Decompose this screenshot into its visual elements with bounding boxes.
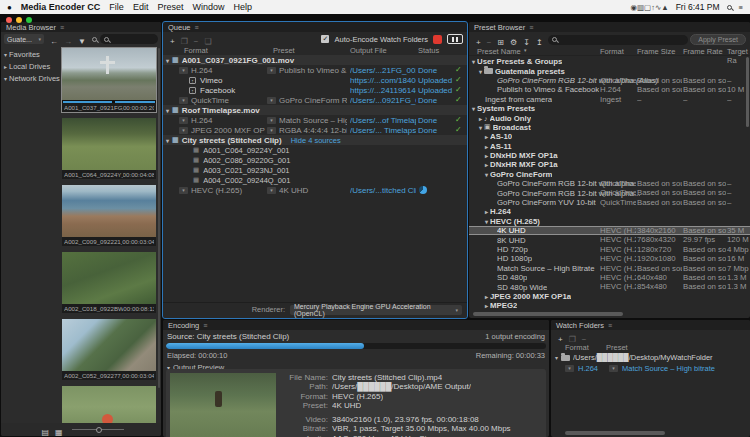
watch-folder-output-row[interactable]: ▾ H.264 ▾ Match Source – High bitrate [551, 363, 750, 374]
preset-row[interactable]: 4K UHDHEVC (H.265)3840x2160Based on sour… [469, 226, 750, 235]
preset-row[interactable]: 8K UHDHEVC (H.265)7680x432029.97 fps120 … [469, 235, 750, 244]
output-file-link[interactable]: /Users/...21FG_001_1.mp4 [350, 66, 416, 75]
thumbnail-size-slider[interactable] [72, 426, 124, 434]
chevron-right-icon[interactable]: ▸ [485, 143, 488, 150]
preset-row[interactable]: ▾▣Broadcast [469, 123, 750, 132]
chevron-down-icon[interactable]: ▾ [485, 218, 488, 225]
apply-preset-button[interactable]: Apply Preset [690, 34, 746, 45]
panel-menu-icon[interactable]: ≡ [203, 322, 207, 329]
preset-row[interactable]: GoPro CineForm RGB 12-bit with alpha...Q… [469, 188, 750, 197]
preset-dropdown-icon[interactable]: ▾ [267, 127, 276, 134]
menubar-clock[interactable]: Fri 6:41 PM [676, 2, 720, 12]
filter-icon[interactable]: ▼ [75, 37, 89, 46]
menu-file[interactable]: File [109, 2, 124, 12]
preset-row[interactable]: ▾Guatemala presets [469, 66, 750, 75]
queue-row-subsource[interactable]: ▦A004_C002_09244Q_001 [163, 175, 467, 185]
preset-row[interactable]: GoPro CineForm RGB 12-bit with alphaQuic… [469, 179, 750, 188]
watch-folder-row[interactable]: ▾ /Users/██████/Desktop/MyWatchFolder [551, 352, 750, 363]
output-file-link[interactable]: /Users/...0921FG_001.mov [350, 96, 416, 105]
menu-edit[interactable]: Edit [133, 2, 149, 12]
output-preset[interactable]: RGBA 4:4:4:4 12-bit (BC... [279, 126, 347, 135]
menu-preset[interactable]: Preset [157, 2, 183, 12]
preset-row[interactable]: HD 1080pHEVC (H.265)1920x1080Based on so… [469, 254, 750, 263]
chevron-right-icon[interactable]: ▸ [485, 152, 488, 159]
output-format[interactable]: H.264 [191, 116, 265, 125]
chevron-down-icon[interactable]: ▾ [4, 51, 7, 58]
auto-encode-checkbox[interactable]: ✓ [321, 35, 329, 43]
chevron-right-icon[interactable]: ▸ [485, 208, 488, 215]
format-dropdown-icon[interactable]: ▾ [179, 97, 188, 104]
preset-row[interactable]: ▸♪Audio Only [469, 113, 750, 122]
preset-row[interactable]: Ingest from cameraIngest––– [469, 95, 750, 104]
list-view-icon[interactable]: ▤ [38, 428, 52, 437]
remove-icon[interactable]: − [191, 37, 202, 46]
panel-menu-icon[interactable]: ≡ [529, 24, 533, 31]
panel-menu-icon[interactable]: ≡ [608, 322, 612, 329]
queue-row-share[interactable]: ↑Vimeohttps://...com/184066142Uploaded✓ [163, 75, 467, 85]
output-format[interactable]: HEVC (H.265) [191, 186, 265, 195]
chevron-down-icon[interactable]: ▾ [4, 75, 7, 82]
queue-row-output[interactable]: ▾JPEG 2000 MXF OP1a▾RGBA 4:4:4:4 12-bit … [163, 125, 467, 135]
format-dropdown-icon[interactable]: ▾ [179, 67, 188, 74]
preset-horizontal-scrollbar[interactable] [473, 312, 623, 316]
output-preset[interactable]: GoPro CineForm RGB 12... [279, 96, 347, 105]
apple-menu-icon[interactable]: ● [7, 3, 12, 12]
preset-row[interactable]: ▾System Presets [469, 104, 750, 113]
preset-row[interactable]: ▾GoPro CineForm [469, 170, 750, 179]
output-file-link[interactable]: /Users/...titched Clip).mp4 [350, 186, 416, 195]
output-format[interactable]: QuickTime [191, 96, 265, 105]
zoom-icon[interactable] [92, 37, 97, 42]
notification-center-icon[interactable]: ≡ [739, 3, 743, 12]
output-preset[interactable]: 4K UHD [279, 186, 347, 195]
preset-dropdown-icon[interactable]: ▾ [267, 97, 276, 104]
add-source-icon[interactable]: + [167, 37, 178, 46]
sidebar-item-local-drives[interactable]: ▸Local Drives [1, 60, 61, 72]
media-search-input[interactable] [100, 34, 158, 44]
queue-row-output[interactable]: ▾HEVC (H.265)▾4K UHD/Users/...titched Cl… [163, 185, 467, 195]
output-format[interactable]: JPEG 2000 MXF OP1a [191, 126, 265, 135]
watch-folder-preset[interactable]: Match Source – High bitrate [622, 364, 744, 373]
preset-row[interactable]: ▸H.264 [469, 207, 750, 216]
delete-preset-icon[interactable]: − [484, 38, 495, 47]
chevron-down-icon[interactable]: ▾ [166, 137, 169, 144]
eject-icon[interactable]: ▲ [661, 3, 668, 12]
sidebar-item-favorites[interactable]: ▾Favorites [1, 48, 61, 60]
chevron-down-icon[interactable]: ▾ [166, 107, 169, 114]
chevron-right-icon[interactable]: ▸ [479, 115, 482, 122]
column-header-preset-name[interactable]: Preset Name [477, 47, 521, 56]
preset-row[interactable]: ▸AS-11 [469, 142, 750, 151]
format-dropdown-icon[interactable]: ▾ [179, 127, 188, 134]
back-icon[interactable]: ← [47, 37, 61, 46]
output-file-link[interactable]: https://...24119614602283 [350, 86, 416, 95]
preset-row[interactable]: HD 720pHEVC (H.265)1280x720Based on sour… [469, 245, 750, 254]
preset-search-input[interactable] [548, 35, 689, 45]
media-thumbnail[interactable]: A002_C018_0922BW_00:00:08:13 [62, 252, 156, 313]
chevron-right-icon[interactable]: ▸ [4, 63, 7, 70]
slider-knob[interactable] [96, 427, 102, 433]
output-preset[interactable]: Match Source – High bitr... [279, 116, 347, 125]
preset-dropdown-icon[interactable]: ▾ [267, 117, 276, 124]
preset-row[interactable]: ▸AS-10 [469, 132, 750, 141]
grid-view-icon[interactable]: ▦ [52, 428, 66, 437]
new-preset-icon[interactable]: + [473, 38, 484, 47]
maximize-button[interactable] [26, 17, 32, 23]
filter-icon[interactable]: ▾ [524, 47, 527, 53]
format-dropdown-icon[interactable]: ▾ [565, 365, 574, 372]
app-menu-title[interactable]: Media Encoder CC [21, 2, 101, 12]
chevron-right-icon[interactable]: ▸ [485, 133, 488, 140]
minimize-button[interactable] [16, 17, 22, 23]
spotlight-icon[interactable] [727, 5, 732, 10]
chevron-down-icon[interactable]: ▾ [479, 68, 482, 75]
output-format[interactable]: H.264 [191, 66, 265, 75]
preset-row[interactable]: ▸JPEG 2000 MXF OP1a [469, 292, 750, 301]
preset-row[interactable]: SD 480p WideHEVC (H.265)854x480Based on … [469, 282, 750, 291]
watch-folders-scrollbar[interactable] [565, 431, 665, 435]
format-dropdown-icon[interactable]: ▾ [179, 187, 188, 194]
location-dropdown[interactable]: Guate... ▾ [4, 34, 44, 44]
preset-row[interactable]: Publish to Vimeo & FacebookH.264Based on… [469, 85, 750, 94]
stop-button[interactable] [433, 35, 442, 44]
close-button[interactable] [6, 17, 12, 23]
queue-row-source[interactable]: ▾▦Roof Timelapse.mov [163, 105, 467, 115]
new-group-icon[interactable]: ⊞ [494, 38, 507, 47]
forward-icon[interactable]: → [61, 37, 75, 46]
